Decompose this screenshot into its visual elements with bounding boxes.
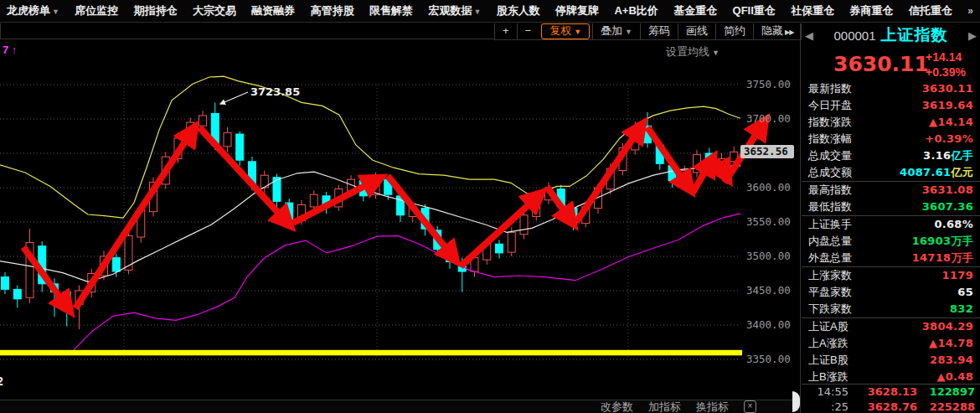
- quote-panel: ◀ 000001 上证指数 ▶ 3630.11 +14.14 +0.39% 最新…: [802, 23, 980, 413]
- simple-mode-button[interactable]: 简约: [715, 23, 753, 39]
- overlay-button[interactable]: 叠加▼: [592, 23, 640, 39]
- tick-row: :253628.76225288: [802, 400, 980, 413]
- menu-item-8[interactable]: 股东人数: [497, 3, 540, 18]
- axis-price-badge-text: 3652.56: [744, 145, 788, 157]
- next-stock-button[interactable]: ▶: [968, 29, 977, 42]
- overlay-label: 叠加: [601, 24, 622, 37]
- candle: [13, 285, 21, 307]
- hide-label: 隐藏: [761, 24, 783, 37]
- stat-value: 832: [950, 301, 973, 317]
- zoom-out-button[interactable]: −: [517, 23, 539, 39]
- menu-overflow-button[interactable]: »: [967, 5, 973, 17]
- menu-item-6[interactable]: 限售解禁: [369, 3, 413, 18]
- close-icon[interactable]: ×: [744, 400, 756, 413]
- stat-label: 最低指数: [808, 199, 852, 215]
- stat-row: 今日开盘3619.64: [802, 97, 980, 114]
- stat-value-part: 1179: [942, 269, 973, 281]
- stat-label: 平盘家数: [808, 284, 852, 301]
- prev-stock-button[interactable]: ◀: [805, 29, 813, 42]
- menu-item-7[interactable]: 宏观数据▼: [428, 3, 481, 18]
- tick-price: 3628.76: [848, 400, 917, 413]
- stat-label: 内盘总量: [808, 233, 852, 250]
- stat-row: 外盘总量14718万手: [802, 250, 980, 266]
- stat-row: 最低指数3607.36: [802, 199, 980, 215]
- chevron-down-icon: ▼: [52, 8, 59, 16]
- stock-code: 000001: [833, 28, 875, 43]
- stat-label: 总成交额: [808, 164, 852, 181]
- stat-row: 最新指数3630.11: [802, 80, 980, 97]
- axis-label: 3350.00: [746, 353, 791, 365]
- chart-toolbar: + − 复权▼ 叠加▼ 筹码 画线 简约 隐藏▶▶: [494, 23, 828, 40]
- stat-label: 上B涨跌: [808, 369, 848, 385]
- axis-label: 3500.00: [746, 250, 791, 262]
- stat-value-part: 3630.11: [922, 82, 973, 95]
- trend-arrow: [75, 126, 195, 308]
- ma-settings-button[interactable]: 设置均线▼: [666, 44, 720, 59]
- axis-label: 3550.00: [746, 215, 791, 228]
- price-chart[interactable]: 3723.853750.003700.003650.003600.003550.…: [0, 40, 797, 400]
- stat-value-part: 832: [950, 302, 973, 315]
- stat-value: ▲14.78: [929, 335, 973, 352]
- draw-line-button[interactable]: 画线: [678, 23, 715, 39]
- stat-row: 上证B股283.94: [802, 352, 980, 369]
- price-change: +14.14: [926, 50, 962, 64]
- menu-item-11[interactable]: 基金重仓: [673, 3, 717, 18]
- switch-indicator-button[interactable]: 换指标: [696, 400, 729, 413]
- stats-list: 最新指数3630.11今日开盘3619.64指数涨跌▲14.14指数涨幅+0.3…: [802, 80, 980, 385]
- stat-value-part: 3.16: [923, 149, 951, 162]
- vertical-divider: [800, 23, 801, 413]
- menu-item-5[interactable]: 高管持股: [311, 3, 354, 18]
- hide-button[interactable]: 隐藏▶▶: [753, 23, 801, 39]
- stat-value-part: 亿元: [951, 166, 973, 178]
- stat-label: 最新指数: [808, 80, 852, 97]
- stat-row: 上证A股3804.29: [802, 317, 980, 335]
- quote-panel-header: ◀ 000001 上证指数 ▶: [802, 25, 980, 45]
- menu-item-12[interactable]: QFII重仓: [733, 3, 776, 18]
- menu-item-3[interactable]: 大宗交易: [193, 3, 236, 18]
- clipped-character: 2: [0, 374, 3, 388]
- ma-settings-label: 设置均线: [666, 45, 709, 58]
- menu-item-9[interactable]: 停牌复牌: [555, 3, 599, 18]
- stat-label: 今日开盘: [808, 97, 852, 114]
- toolbar-spacer: [0, 23, 494, 39]
- adjust-rights-button[interactable]: 复权▼: [541, 23, 590, 39]
- menu-item-14[interactable]: 券商重仓: [850, 3, 894, 18]
- axis-label: 3600.00: [746, 181, 791, 194]
- stat-label: 指数涨跌: [808, 114, 852, 131]
- axis-label: 3450.00: [746, 284, 791, 297]
- stat-value: 3631.08: [922, 182, 973, 199]
- stat-value-part: 14718万手: [912, 251, 973, 264]
- menu-item-4[interactable]: 融资融券: [251, 3, 295, 18]
- support-line[interactable]: [0, 350, 742, 356]
- price-block: 3630.11 +14.14 +0.39%: [802, 47, 980, 80]
- menu-item-10[interactable]: A+B比价: [614, 3, 658, 18]
- stat-value: 14718万手: [912, 250, 973, 266]
- candle: [224, 127, 231, 152]
- stat-value: 3619.64: [922, 97, 973, 114]
- tick-time: :25: [802, 400, 848, 413]
- stat-label: 下跌家数: [808, 301, 852, 317]
- menu-item-0[interactable]: 龙虎榜单▼: [7, 3, 59, 18]
- stat-row: 上涨家数1179: [802, 266, 980, 284]
- trend-arrow: [461, 193, 542, 266]
- change-params-button[interactable]: 改参数: [601, 400, 633, 413]
- chevron-down-icon: ▼: [473, 8, 481, 16]
- menu-item-15[interactable]: 信托重仓: [909, 3, 952, 18]
- menu-item-1[interactable]: 席位监控: [75, 3, 118, 18]
- stat-label: 总成交量: [808, 147, 852, 164]
- zoom-in-button[interactable]: +: [494, 23, 517, 39]
- tick-list: 14:553628.13122897:253628.76225288: [802, 384, 980, 413]
- axis-label: 3400.00: [746, 318, 791, 331]
- chips-button[interactable]: 筹码: [640, 23, 678, 39]
- stock-name: 上证指数: [881, 24, 948, 46]
- stat-value-part: ▲14.14: [929, 116, 973, 128]
- stat-value: 3607.36: [922, 199, 973, 215]
- menu-item-2[interactable]: 期指持仓: [134, 3, 178, 18]
- stat-value: ▲14.14: [929, 114, 973, 131]
- stat-label: 上涨家数: [808, 267, 852, 284]
- stat-value: 283.94: [930, 352, 973, 369]
- menu-item-13[interactable]: 社保重仓: [791, 3, 834, 18]
- stat-value-part: 0.68%: [934, 218, 973, 230]
- add-indicator-button[interactable]: 加指标: [648, 400, 681, 413]
- stat-value-part: 3631.08: [922, 183, 973, 196]
